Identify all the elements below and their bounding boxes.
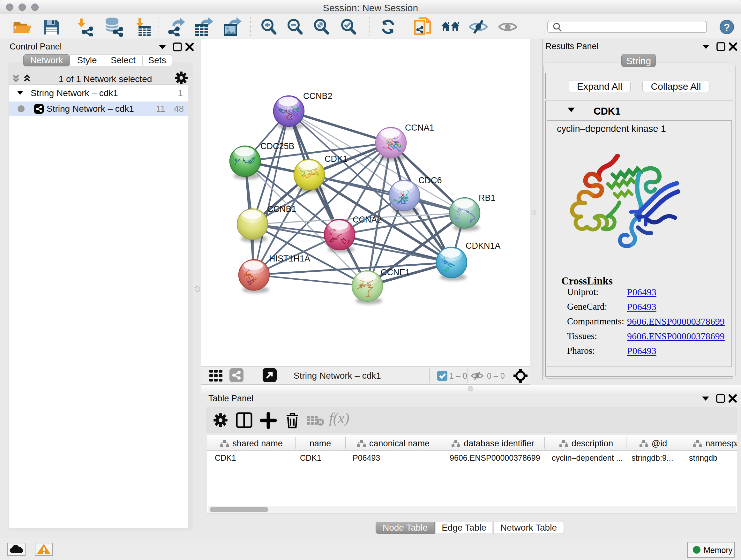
svg-text:CDKN1A: CDKN1A xyxy=(466,241,501,251)
svg-text:CCNB2: CCNB2 xyxy=(303,91,333,101)
svg-text:CCNA2: CCNA2 xyxy=(353,215,382,225)
svg-text:CCNA1: CCNA1 xyxy=(405,123,434,132)
svg-text:HIST1H1A: HIST1H1A xyxy=(269,254,310,263)
svg-text:CDK1: CDK1 xyxy=(325,154,347,164)
svg-text:CCNB1: CCNB1 xyxy=(267,204,296,214)
svg-text:CDC25B: CDC25B xyxy=(260,141,294,151)
svg-text:CCNE1: CCNE1 xyxy=(381,267,410,277)
svg-text:RB1: RB1 xyxy=(479,193,495,203)
svg-text:CDC6: CDC6 xyxy=(418,176,442,185)
